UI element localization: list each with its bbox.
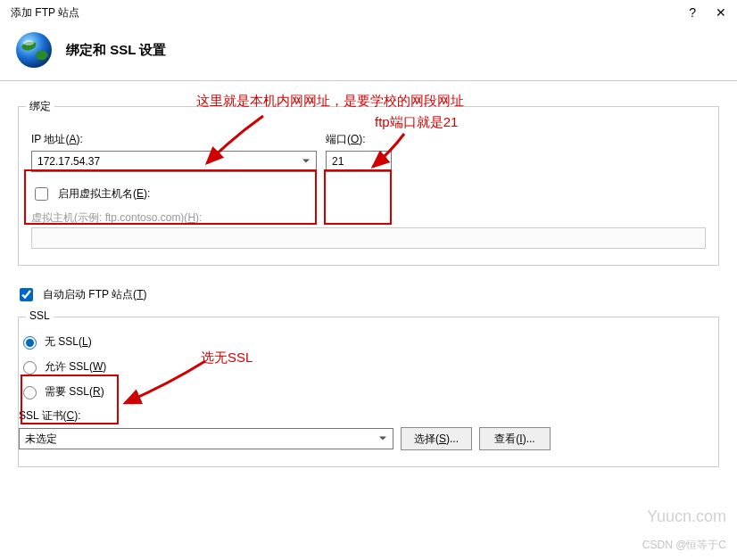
enable-vhost-label: 启用虚拟主机名(E):: [58, 186, 150, 202]
window-title: 添加 FTP 站点: [11, 5, 79, 21]
auto-start-checkbox[interactable]: [20, 288, 33, 301]
page-title: 绑定和 SSL 设置: [66, 42, 166, 59]
globe-icon: [14, 30, 54, 70]
ssl-group: SSL 无 SSL(L) 允许 SSL(W) 需要 SSL(R) SSL 证书(…: [18, 317, 719, 467]
svg-point-0: [16, 32, 52, 68]
enable-vhost-checkbox[interactable]: [35, 187, 48, 201]
port-label: 端口(O):: [326, 132, 392, 147]
binding-group-label: 绑定: [26, 99, 54, 114]
ssl-group-label: SSL: [26, 309, 54, 322]
titlebar: 添加 FTP 站点 ? ✕: [0, 0, 737, 25]
ssl-cert-select[interactable]: 未选定: [19, 428, 393, 449]
vhost-input: [31, 227, 706, 249]
ip-address-label: IP 地址(A):: [31, 132, 317, 147]
ssl-view-button[interactable]: 查看(I)...: [479, 427, 551, 450]
dialog-header: 绑定和 SSL 设置: [0, 25, 737, 80]
ssl-none-label: 无 SSL(L): [45, 334, 92, 350]
ssl-require-label: 需要 SSL(R): [45, 384, 104, 399]
watermark-site: Yuucn.com: [647, 507, 726, 526]
svg-point-1: [23, 40, 34, 45]
port-input[interactable]: [326, 151, 392, 172]
help-button[interactable]: ?: [689, 5, 696, 20]
ssl-none-radio[interactable]: [23, 336, 37, 350]
binding-group: 绑定 IP 地址(A): 172.17.54.37 端口(O):: [18, 106, 719, 266]
ssl-allow-label: 允许 SSL(W): [45, 359, 106, 375]
ssl-require-radio[interactable]: [23, 386, 37, 399]
watermark-credit: CSDN @恒等于C: [642, 538, 726, 553]
ip-address-select[interactable]: 172.17.54.37: [31, 151, 317, 172]
close-button[interactable]: ✕: [716, 5, 726, 20]
vhost-example-label: 虚拟主机(示例: ftp.contoso.com)(H):: [31, 210, 706, 226]
auto-start-label: 自动启动 FTP 站点(T): [43, 287, 146, 302]
ssl-allow-radio[interactable]: [23, 361, 37, 375]
ssl-select-button[interactable]: 选择(S)...: [401, 427, 472, 450]
ssl-cert-label: SSL 证书(C):: [19, 408, 706, 424]
